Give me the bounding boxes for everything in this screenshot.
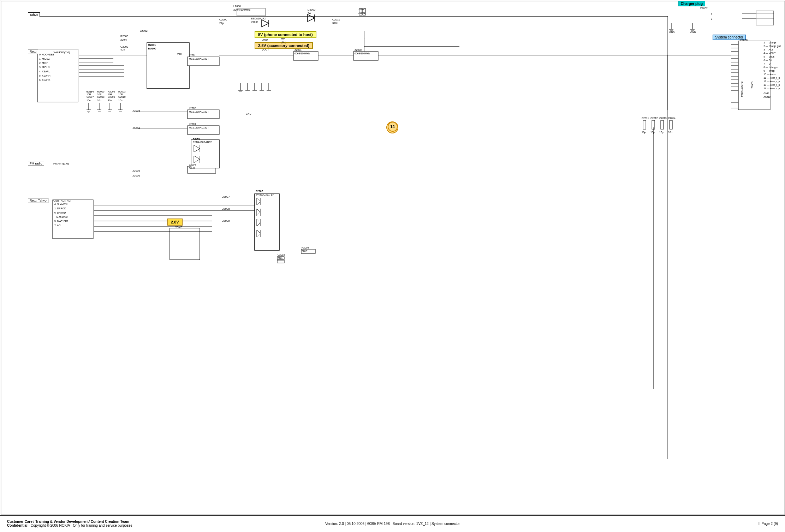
svg-rect-69 (170, 228, 200, 260)
z2001-ref: Z2001 (295, 49, 302, 51)
gnd-label-3: GND (281, 41, 286, 44)
r2004-val: 10R (87, 93, 91, 96)
svg-rect-123 (277, 260, 284, 263)
svg-rect-52 (661, 120, 664, 129)
c2013-val: 10p (659, 131, 664, 133)
gnd-label-4: GND (669, 31, 675, 34)
j2002-label: J2002 (140, 29, 148, 32)
c2000-ref: C2000 (219, 18, 227, 21)
z2000-ref: Z2000 (355, 49, 362, 51)
svg-rect-11 (756, 11, 774, 25)
l2001-ref: L2001 (189, 54, 196, 56)
retu-signals: 0 HOOKDET 1 MICBZ 2 MICP 3 MICLN 4 XEARL… (39, 53, 54, 82)
j2008-label: J2008 (222, 207, 230, 210)
j2009-label: J2009 (222, 219, 230, 222)
z2001-freq-label: 6060/100MHz (741, 82, 743, 97)
fmant-signal: FMANT(1:0) (53, 162, 69, 165)
r2009-ref: R2009 (302, 246, 309, 249)
x2000-ref: X2000 (740, 38, 748, 42)
schematic-area: Charger plug System connector Tahvo Retu… (0, 0, 785, 515)
vcc-label: Vcc (177, 52, 182, 55)
r2006-val: ESDA1602-4BF2 (193, 141, 212, 143)
r2001-val: BU100 (148, 47, 156, 50)
r2005-ref: R2005 (97, 90, 105, 93)
c2014-val: 10p (668, 131, 672, 133)
c2002-val: 2u2 (120, 49, 125, 52)
c2012-ref: C2012 (650, 117, 658, 119)
svg-rect-70 (255, 194, 279, 250)
c2007-val: 10n (87, 99, 91, 102)
j2007-label: J2007 (222, 195, 230, 198)
c2009-ref: C2009 (108, 96, 115, 98)
d2000-val: 2A (308, 12, 311, 15)
c2016-ref: C2016 (332, 18, 340, 21)
r2009-val: 220R (302, 250, 308, 252)
l2002-val: MCZ1210AD152T (189, 110, 209, 113)
gnd-label-5: GND (690, 31, 696, 34)
l2000-val: 220R/100MHz (233, 8, 250, 11)
r2007-val: IP4863CX11_LF (256, 193, 274, 196)
c2013-ref: C2013 (659, 117, 667, 119)
l2004-val: 68nH (189, 167, 195, 169)
r2000-ref: R2000 (120, 35, 128, 38)
r2007-ref: R2007 (256, 190, 263, 192)
footer-confidential: Customer Care / Training & Vendor Develo… (7, 524, 200, 527)
r2006-ref: R2006 (193, 137, 200, 140)
c2015-ref: C2015 (278, 253, 285, 256)
c2016-val: 370n (332, 22, 338, 25)
l2004-ref: L2004 (189, 163, 196, 166)
system-connector-pins: 1 — charge 2 — charge gnd 3 — ACI 4 — VO… (763, 41, 781, 99)
svg-marker-73 (257, 209, 260, 216)
xaudio-signal: XAUDIO(7:0) (53, 51, 70, 54)
svg-marker-75 (257, 219, 260, 226)
vaox-net: VAOX (175, 225, 182, 228)
voltage-5v-label: 5V (phone connected to host) (255, 31, 316, 38)
j2005-label: J2005 (132, 169, 140, 172)
j2006-label: J2006 (132, 174, 140, 177)
usb-signal: USB_ACI(7:0) (53, 199, 71, 202)
x2002-ref: X2002 (700, 7, 708, 10)
r2003-ref: R2003 (118, 90, 126, 93)
c2002-ref: C2002 (120, 45, 128, 48)
svg-marker-41 (194, 145, 200, 152)
voltage-2-8v-label: 2.8V (167, 219, 183, 226)
svg-marker-4 (308, 14, 315, 22)
x2002-pin2: 2 (711, 17, 712, 20)
c2000-val: 27p (219, 22, 224, 25)
footer-right: I Page 2 (9) (585, 522, 778, 526)
j2003-label: J2003 (132, 109, 140, 112)
c2008-val: 10n (97, 99, 101, 102)
svg-marker-43 (194, 156, 200, 163)
l2003-val: MCZ1210AD182T (189, 126, 209, 129)
l2003-ref: L2003 (189, 123, 196, 125)
r2002-ref: R2002 (108, 90, 115, 93)
retu-tahvo-label: Retu, Tahvo (28, 198, 48, 203)
r2001-ref: R2001 (148, 43, 156, 47)
svg-rect-53 (670, 120, 672, 129)
x2002-pin1: 1 (711, 13, 712, 16)
c2007-ref: C2007 (87, 96, 94, 98)
c2009-val: 33n (108, 99, 112, 102)
c2008-ref: C2008 (97, 96, 105, 98)
marker-11: 11 (388, 122, 398, 132)
j2000-label: J2000 (358, 8, 365, 11)
c2011-ref: C2011 (642, 117, 649, 119)
tahvo-label: Tahvo (28, 12, 40, 17)
svg-marker-71 (257, 198, 260, 205)
footer-left: Customer Care / Training & Vendor Develo… (7, 520, 200, 527)
l2000-ref: L2000 (233, 5, 241, 8)
svg-marker-2 (262, 20, 269, 27)
retu-tahvo-signals: 4 SLAVENI 1 DPROD 6 DNTRD MA51PD2 5 MA51… (54, 202, 69, 228)
svg-rect-0 (1, 1, 785, 515)
c2010-ref: C2010 (118, 96, 126, 98)
z2000-ref-side: Z2005 (751, 82, 754, 89)
charger-plug-label: Charger plug (678, 1, 705, 6)
gnd-label-2: GND (246, 113, 251, 115)
c2015-val: 220p (278, 257, 283, 259)
c2014-ref: C2014 (668, 117, 676, 119)
vb05-net: VB05 (262, 38, 268, 42)
vout-net: VOUT (262, 48, 269, 51)
footer-center: Version: 2.0 | 05.10.2006 | 6085/ RM-198… (200, 522, 585, 526)
svg-rect-50 (643, 120, 646, 129)
fm-radio-label: FM radio (28, 161, 44, 166)
